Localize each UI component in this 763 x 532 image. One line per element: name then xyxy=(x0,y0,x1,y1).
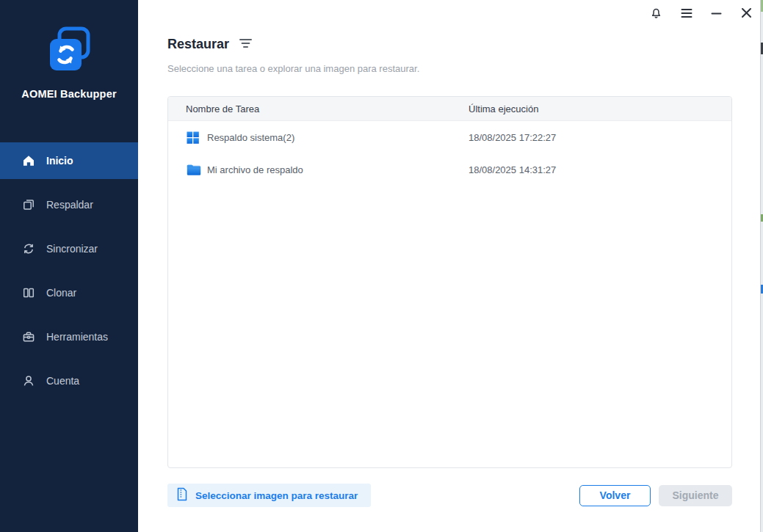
select-image-label: Seleccionar imagen para restaurar xyxy=(195,490,358,501)
image-file-icon xyxy=(176,487,188,504)
sidebar-item-inicio[interactable]: Inicio xyxy=(0,142,138,179)
footer-bar: Seleccionar imagen para restaurar Volver… xyxy=(167,484,732,507)
sidebar-item-label: Cuenta xyxy=(46,375,79,387)
select-image-button[interactable]: Seleccionar imagen para restaurar xyxy=(167,484,371,507)
windows-icon xyxy=(187,131,201,144)
notifications-button[interactable] xyxy=(646,4,667,24)
task-name: Respaldo sistema(2) xyxy=(207,132,294,143)
account-icon xyxy=(22,374,35,387)
page-title: Restaurar xyxy=(167,37,229,52)
task-last-run: 18/08/2025 17:22:27 xyxy=(469,132,556,143)
sidebar-item-respaldar[interactable]: Respaldar xyxy=(0,186,138,223)
task-last-run: 18/08/2025 14:31:27 xyxy=(469,164,556,175)
sidebar-item-label: Herramientas xyxy=(46,331,108,343)
back-button[interactable]: Volver xyxy=(579,485,651,506)
column-header-task-name: Nombre de Tarea xyxy=(168,103,259,114)
table-header: Nombre de Tarea Última ejecución xyxy=(168,97,731,121)
sync-icon xyxy=(22,242,35,255)
bell-icon xyxy=(650,7,662,22)
screen-edge-artifact xyxy=(760,0,763,532)
filter-icon xyxy=(239,38,252,51)
table-row[interactable]: Mi archivo de respaldo 18/08/2025 14:31:… xyxy=(168,153,731,186)
sidebar-item-label: Sincronizar xyxy=(46,243,98,255)
page-header: Restaurar xyxy=(167,37,253,52)
next-button[interactable]: Siguiente xyxy=(659,485,732,506)
backup-icon xyxy=(22,198,35,211)
toolbox-icon xyxy=(22,330,35,343)
sidebar-nav: Inicio Respaldar xyxy=(0,142,138,407)
menu-button[interactable] xyxy=(676,4,697,24)
sidebar-item-herramientas[interactable]: Herramientas xyxy=(0,318,138,355)
app-window: AOMEI Backupper Inicio Respaldar xyxy=(0,0,763,532)
close-button[interactable] xyxy=(736,4,757,24)
hamburger-menu-icon xyxy=(681,8,693,21)
task-table: Nombre de Tarea Última ejecución Res xyxy=(167,96,732,468)
sidebar-item-label: Inicio xyxy=(46,155,73,167)
page-subtitle: Seleccione una tarea o explorar una imag… xyxy=(167,63,419,74)
main-content: Restaurar Seleccione una tarea o explora… xyxy=(138,0,763,532)
sidebar-item-cuenta[interactable]: Cuenta xyxy=(0,362,138,399)
minimize-icon xyxy=(711,8,722,21)
sidebar-item-label: Respaldar xyxy=(46,199,93,211)
table-row[interactable]: Respaldo sistema(2) 18/08/2025 17:22:27 xyxy=(168,121,731,153)
task-name: Mi archivo de respaldo xyxy=(207,164,303,175)
window-controls xyxy=(646,4,757,24)
app-logo-icon xyxy=(46,26,92,76)
sidebar: AOMEI Backupper Inicio Respaldar xyxy=(0,0,138,532)
clone-icon xyxy=(22,286,35,299)
sidebar-item-label: Clonar xyxy=(46,287,76,299)
brand-name: AOMEI Backupper xyxy=(21,88,117,100)
column-header-last-run: Última ejecución xyxy=(469,103,538,114)
filter-button[interactable] xyxy=(238,37,253,52)
home-icon xyxy=(22,154,35,167)
sidebar-item-clonar[interactable]: Clonar xyxy=(0,274,138,311)
close-icon xyxy=(741,7,752,21)
folder-icon xyxy=(187,164,201,176)
brand: AOMEI Backupper xyxy=(0,0,138,142)
sidebar-item-sincronizar[interactable]: Sincronizar xyxy=(0,230,138,267)
minimize-button[interactable] xyxy=(706,4,727,24)
